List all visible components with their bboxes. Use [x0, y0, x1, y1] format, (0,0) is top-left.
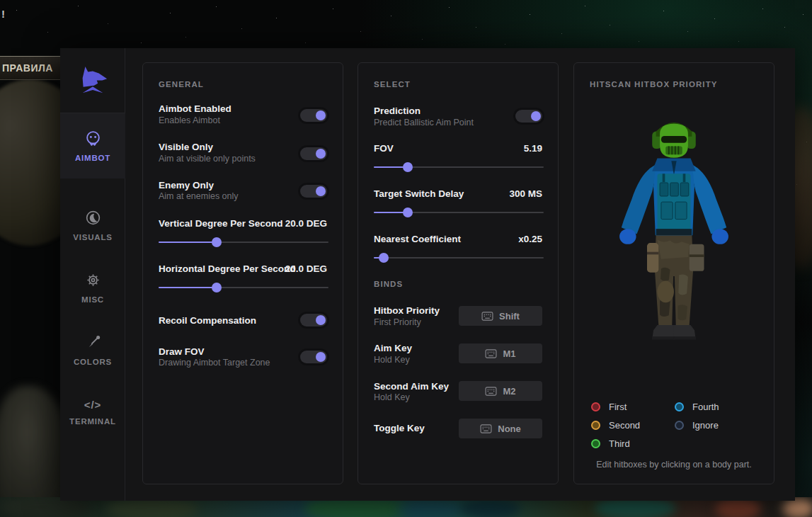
setting-title: Vertical Degree Per Second: [159, 218, 283, 229]
setting-title: Hitbox Priority: [374, 305, 440, 316]
fov-slider[interactable]: [374, 162, 544, 172]
setting-title: FOV: [374, 143, 394, 154]
visible-only-toggle[interactable]: [300, 147, 327, 160]
toggle-knob: [531, 111, 541, 121]
starfield: [0, 0, 1, 1]
gear-icon: [84, 271, 102, 289]
setting-title: Target Switch Delay: [374, 188, 464, 199]
skull-face-icon: [84, 130, 102, 147]
slider-knob[interactable]: [379, 253, 389, 263]
slider-knob[interactable]: [403, 208, 413, 217]
setting-title: Draw FOV: [159, 346, 205, 357]
sidebar-item-label: TERMINAL: [69, 417, 116, 426]
legend-item-fourth: Fourth: [675, 397, 758, 416]
legend-swatch-second: [591, 421, 600, 430]
slider-knob[interactable]: [212, 237, 222, 247]
toggle-knob: [316, 315, 326, 325]
legend-swatch-first: [591, 402, 600, 411]
vertical-dps-slider[interactable]: [159, 237, 328, 247]
legend-item-third: Third: [591, 434, 675, 453]
target-switch-delay-slider[interactable]: [374, 208, 544, 217]
hitbox-legend: First Second Third Fourth Ignore: [591, 397, 761, 453]
aimbot-enabled-toggle[interactable]: [300, 109, 327, 122]
main-panel: AIMBOT VISUALS MISC COLORS: [60, 48, 795, 501]
toggle-knob: [316, 186, 326, 196]
bind-key-label: M2: [503, 386, 515, 397]
legend-label: Second: [609, 420, 640, 431]
section-header-select: SELECT: [374, 80, 411, 89]
sidebar-item-label: COLORS: [74, 358, 112, 366]
legend-label: First: [609, 402, 627, 412]
keyboard-icon: [485, 387, 497, 396]
recoil-compensation-toggle[interactable]: [300, 314, 327, 326]
horizontal-dps-slider[interactable]: [159, 283, 328, 292]
setting-title: Horizontal Degree Per Second: [159, 263, 296, 274]
sidebar: AIMBOT VISUALS MISC COLORS: [60, 48, 125, 501]
sidebar-item-aimbot[interactable]: AIMBOT: [60, 113, 125, 178]
setting-title: Toggle Key: [374, 423, 425, 433]
notification-exclamation: !: [1, 8, 5, 20]
setting-subtitle: Hold Key: [374, 355, 410, 365]
prediction-toggle[interactable]: [515, 110, 542, 123]
legend-swatch-fourth: [675, 402, 684, 411]
hitbox-head[interactable]: [652, 123, 696, 158]
aim-key-bind-button[interactable]: M1: [459, 343, 542, 363]
slider-fill: [159, 242, 217, 243]
code-icon: </>: [84, 399, 102, 411]
legend-label: Fourth: [692, 402, 719, 412]
sidebar-item-visuals[interactable]: VISUALS: [60, 193, 125, 258]
sidebar-item-colors[interactable]: COLORS: [60, 317, 125, 382]
sidebar-item-misc[interactable]: MISC: [60, 255, 125, 320]
select-card: SELECT Prediction Predict Ballistic Aim …: [358, 62, 559, 484]
toggle-knob: [316, 149, 326, 159]
slider-fill: [159, 287, 217, 288]
legend-swatch-third: [591, 439, 600, 448]
keyboard-icon: [481, 312, 493, 321]
draw-fov-toggle[interactable]: [300, 351, 327, 363]
setting-subtitle: Aim at visible only points: [159, 154, 256, 164]
toggle-knob: [316, 110, 326, 120]
hitbox-card: HITSCAN HITBOX PRIORITY: [573, 62, 774, 484]
slider-track[interactable]: [374, 257, 544, 258]
nearest-coefficient-slider[interactable]: [374, 253, 544, 263]
setting-value: x0.25: [518, 234, 542, 244]
setting-value: 20.0 DEG: [285, 263, 327, 274]
toggle-knob: [316, 352, 326, 362]
bind-key-label: M1: [503, 348, 515, 359]
enemy-only-toggle[interactable]: [300, 185, 327, 198]
second-aim-key-bind-button[interactable]: M2: [459, 381, 542, 401]
setting-title: Nearest Coefficient: [374, 234, 461, 244]
logo-cell: [60, 48, 125, 113]
section-header-general: GENERAL: [159, 80, 204, 89]
rules-tab[interactable]: ПРАВИЛА: [0, 56, 61, 80]
legend-item-ignore: Ignore: [675, 416, 758, 434]
eyedropper-icon: [84, 334, 102, 351]
hitbox-edit-hint: Edit hitboxes by clicking on a body part…: [574, 460, 774, 470]
slider-knob[interactable]: [403, 162, 413, 172]
legend-swatch-ignore: [675, 421, 684, 430]
setting-subtitle: Predict Ballistic Aim Point: [374, 118, 474, 127]
sidebar-item-terminal[interactable]: </> TERMINAL: [60, 380, 125, 445]
hitbox-torso[interactable]: [652, 159, 696, 236]
slider-knob[interactable]: [212, 283, 222, 292]
sidebar-item-label: MISC: [81, 295, 104, 304]
keyboard-icon: [480, 424, 492, 433]
section-header-hitbox: HITSCAN HITBOX PRIORITY: [590, 80, 718, 89]
hitbox-priority-bind-button[interactable]: Shift: [459, 306, 542, 326]
setting-title: Visible Only: [159, 142, 213, 152]
toggle-key-bind-button[interactable]: None: [459, 419, 542, 438]
legend-label: Ignore: [692, 420, 719, 431]
legend-label: Third: [609, 438, 630, 449]
setting-title: Second Aim Key: [374, 381, 449, 392]
bind-key-label: None: [498, 424, 521, 434]
setting-value: 20.0 DEG: [285, 218, 327, 229]
general-card: GENERAL Aimbot Enabled Enables Aimbot Vi…: [142, 62, 343, 484]
sidebar-item-label: AIMBOT: [75, 154, 110, 162]
hitbox-legs[interactable]: [647, 234, 704, 339]
setting-title: Aim Key: [374, 343, 412, 353]
setting-subtitle: Drawing Aimbot Target Zone: [159, 358, 270, 368]
wolf-logo-icon: [76, 64, 109, 98]
setting-subtitle: First Priority: [374, 317, 421, 327]
legend-item-second: Second: [591, 416, 675, 434]
setting-value: 300 MS: [509, 188, 542, 199]
